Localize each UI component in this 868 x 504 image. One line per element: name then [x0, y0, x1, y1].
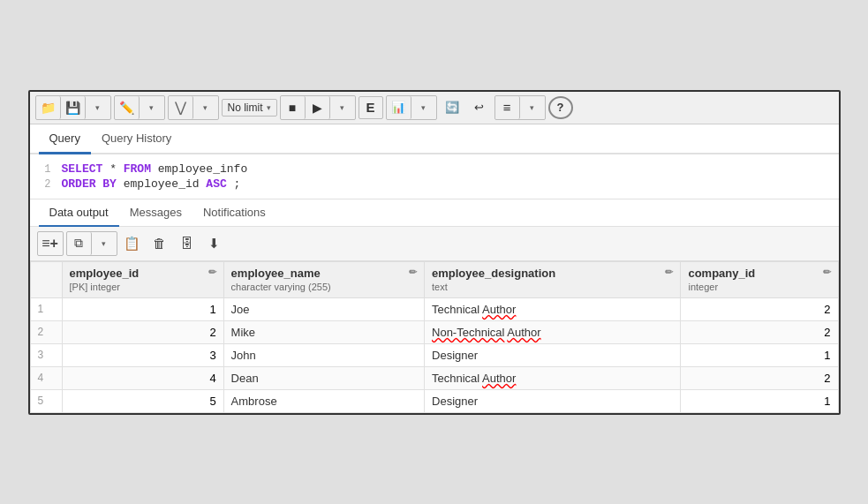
limit-chevron-icon: ▾: [267, 103, 271, 112]
query-tab-bar: Query Query History: [30, 124, 839, 154]
save-button[interactable]: 💾: [61, 96, 86, 119]
row-num-4: 4: [30, 366, 62, 389]
cell-employee-id-3[interactable]: 3: [62, 343, 223, 366]
sql-table-name: employee_info: [158, 162, 247, 176]
add-row-group: ≡+: [37, 231, 64, 256]
row-num-3: 3: [30, 343, 62, 366]
col-header-company-id: company_id ✏ integer: [681, 261, 838, 297]
chart-button[interactable]: 📊: [387, 96, 411, 119]
edit-col-employee-name-icon[interactable]: ✏: [409, 267, 417, 278]
col-header-employee-id: employee_id ✏ [PK] integer: [62, 261, 223, 297]
copy-button[interactable]: ⧉: [67, 232, 92, 255]
cell-employee-id-5[interactable]: 5: [62, 389, 223, 412]
run-chevron-button[interactable]: ▾: [330, 96, 355, 119]
tab-query-history[interactable]: Query History: [91, 124, 182, 154]
filter-rows-button[interactable]: 🗄: [175, 232, 200, 255]
cell-employee-name-5[interactable]: Ambrose: [223, 389, 424, 412]
cell-company-id-3[interactable]: 1: [681, 343, 838, 366]
row-num-5: 5: [30, 389, 62, 412]
cell-designation-1[interactable]: Technical Author: [425, 297, 681, 320]
row-num-1: 1: [30, 297, 62, 320]
edit-col-company-id-icon[interactable]: ✏: [823, 267, 831, 278]
explain-button[interactable]: E: [359, 96, 383, 119]
spell-author-1: Author: [482, 303, 516, 316]
edit-button-group: ✏️ ▾: [114, 95, 165, 120]
cell-employee-name-4[interactable]: Dean: [223, 366, 424, 389]
cell-company-id-1[interactable]: 2: [681, 297, 838, 320]
row-num-2: 2: [30, 320, 62, 343]
cell-designation-2[interactable]: Non-Technical Author: [425, 320, 681, 343]
sql-line-1: 1 SELECT * FROM employee_info: [30, 162, 839, 177]
filter-button-group: ⋁ ▾: [168, 95, 219, 120]
help-button[interactable]: ?: [548, 96, 573, 119]
edit-chevron-button[interactable]: ▾: [140, 96, 164, 119]
filter-chevron-button[interactable]: ▾: [193, 96, 218, 119]
paste-button[interactable]: 📋: [120, 232, 145, 255]
limit-label: No limit: [228, 102, 263, 114]
cell-company-id-5[interactable]: 1: [681, 389, 838, 412]
col-header-rownum: [30, 261, 62, 297]
edit-col-designation-icon[interactable]: ✏: [665, 267, 673, 278]
data-toolbar: ≡+ ⧉ ▾ 📋 🗑 🗄 ⬇: [30, 227, 839, 261]
delete-row-button[interactable]: 🗑: [147, 232, 172, 255]
rollback-button[interactable]: ↩: [467, 96, 492, 119]
table-row: 1 1 Joe Technical Author 2: [30, 297, 838, 320]
table-row: 4 4 Dean Technical Author 2: [30, 366, 838, 389]
keyword-select: SELECT: [62, 162, 103, 176]
chart-chevron-button[interactable]: ▾: [411, 96, 436, 119]
pencil-button[interactable]: ✏️: [115, 96, 140, 119]
format-button[interactable]: ≡: [495, 96, 520, 119]
filter-button[interactable]: ⋁: [169, 96, 193, 119]
limit-dropdown[interactable]: No limit ▾: [222, 99, 277, 117]
format-chevron-button[interactable]: ▾: [520, 96, 545, 119]
sql-editor[interactable]: 1 SELECT * FROM employee_info 2 ORDER BY…: [30, 154, 839, 199]
edit-col-employee-id-icon[interactable]: ✏: [208, 267, 216, 278]
commit-button[interactable]: 🔄: [440, 96, 464, 119]
col-header-employee-name: employee_name ✏ character varying (255): [223, 261, 424, 297]
sql-order-col: employee_id: [124, 177, 207, 191]
sql-semicolon: ;: [234, 177, 241, 191]
cell-employee-id-4[interactable]: 4: [62, 366, 223, 389]
spell-non-technical: Non-Technical: [432, 326, 504, 339]
cell-company-id-2[interactable]: 2: [681, 320, 838, 343]
table-row: 5 5 Ambrose Designer 1: [30, 389, 838, 412]
chart-button-group: 📊 ▾: [386, 95, 437, 120]
spell-author-4: Author: [482, 372, 516, 385]
tab-notifications[interactable]: Notifications: [192, 199, 276, 227]
file-button-group: 📁 💾 ▾: [35, 95, 111, 120]
format-button-group: ≡ ▾: [494, 95, 546, 120]
line-number-1: 1: [30, 163, 62, 176]
main-window: 📁 💾 ▾ ✏️ ▾ ⋁ ▾ No limit ▾ ■ ▶ ▾ E 📊 ▾ 🔄 …: [28, 90, 841, 415]
add-row-button[interactable]: ≡+: [38, 232, 63, 255]
cell-employee-name-2[interactable]: Mike: [223, 320, 424, 343]
line-number-2: 2: [30, 178, 62, 191]
run-button[interactable]: ▶: [306, 96, 330, 119]
cell-employee-id-1[interactable]: 1: [62, 297, 223, 320]
spell-author-2: Author: [507, 326, 540, 339]
table-header-row: employee_id ✏ [PK] integer employee_name…: [30, 261, 838, 297]
cell-employee-id-2[interactable]: 2: [62, 320, 223, 343]
main-toolbar: 📁 💾 ▾ ✏️ ▾ ⋁ ▾ No limit ▾ ■ ▶ ▾ E 📊 ▾ 🔄 …: [30, 92, 839, 124]
output-tab-bar: Data output Messages Notifications: [30, 199, 839, 227]
table-row: 3 3 John Designer 1: [30, 343, 838, 366]
tab-data-output[interactable]: Data output: [39, 199, 119, 227]
cell-designation-5[interactable]: Designer: [425, 389, 681, 412]
cell-employee-name-1[interactable]: Joe: [223, 297, 424, 320]
save-chevron-button[interactable]: ▾: [86, 96, 110, 119]
cell-company-id-4[interactable]: 2: [681, 366, 838, 389]
copy-group: ⧉ ▾: [66, 231, 117, 256]
sql-star: *: [109, 162, 124, 176]
data-table-container: employee_id ✏ [PK] integer employee_name…: [30, 261, 839, 413]
download-button[interactable]: ⬇: [202, 232, 227, 255]
tab-query[interactable]: Query: [39, 124, 91, 154]
cell-employee-name-3[interactable]: John: [223, 343, 424, 366]
copy-chevron-button[interactable]: ▾: [92, 232, 117, 255]
cell-designation-4[interactable]: Technical Author: [425, 366, 681, 389]
cell-designation-3[interactable]: Designer: [425, 343, 681, 366]
stop-button[interactable]: ■: [281, 96, 306, 119]
tab-messages[interactable]: Messages: [119, 199, 192, 227]
open-folder-button[interactable]: 📁: [36, 96, 61, 119]
table-row: 2 2 Mike Non-Technical Author 2: [30, 320, 838, 343]
keyword-from: FROM: [124, 162, 151, 176]
results-table: employee_id ✏ [PK] integer employee_name…: [30, 261, 839, 413]
